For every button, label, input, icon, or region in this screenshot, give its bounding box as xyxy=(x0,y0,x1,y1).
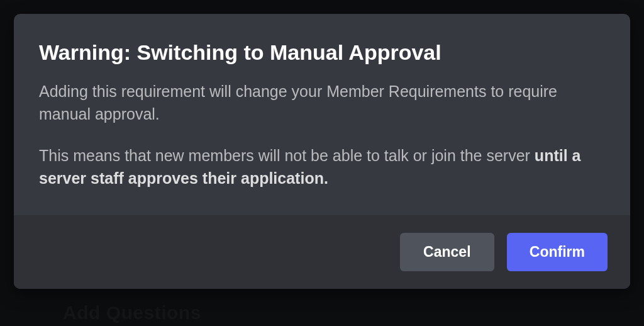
modal-footer: Cancel Confirm xyxy=(14,215,630,289)
background-add-questions-text: Add Questions xyxy=(63,302,201,323)
modal-description-2: This means that new members will not be … xyxy=(39,144,605,190)
modal-title: Warning: Switching to Manual Approval xyxy=(39,39,605,66)
cancel-button[interactable]: Cancel xyxy=(400,233,494,271)
modal-body: Warning: Switching to Manual Approval Ad… xyxy=(14,14,630,215)
confirm-button[interactable]: Confirm xyxy=(507,233,608,271)
modal-description-2-prefix: This means that new members will not be … xyxy=(39,147,535,164)
modal-description-1: Adding this requirement will change your… xyxy=(39,80,605,126)
warning-modal: Warning: Switching to Manual Approval Ad… xyxy=(14,14,630,289)
